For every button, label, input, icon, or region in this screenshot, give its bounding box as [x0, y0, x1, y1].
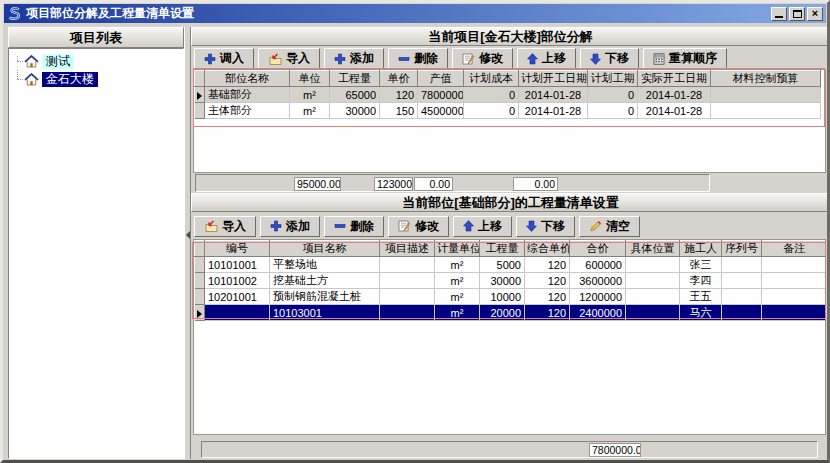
- grid-cell[interactable]: [626, 257, 680, 273]
- move-down-button[interactable]: 下移: [580, 48, 639, 69]
- grid-cell[interactable]: [626, 289, 680, 305]
- add-button[interactable]: 添加: [260, 216, 320, 237]
- add-button[interactable]: 添加: [324, 48, 384, 69]
- grid-cell[interactable]: [722, 257, 762, 273]
- grid-cell[interactable]: [762, 273, 827, 289]
- grid-cell[interactable]: 预制钢筋混凝土桩: [270, 289, 380, 305]
- column-header[interactable]: 备注: [762, 241, 827, 257]
- grid-cell[interactable]: 2014-01-28: [638, 103, 711, 119]
- modify-button[interactable]: 修改: [388, 216, 449, 237]
- grid-cell[interactable]: 3600000: [570, 273, 626, 289]
- panel-splitter[interactable]: [184, 27, 191, 459]
- column-header[interactable]: 单价: [380, 71, 418, 87]
- column-header[interactable]: 实际开工日期: [638, 71, 711, 87]
- grid-cell[interactable]: 10000: [480, 289, 525, 305]
- grid-row[interactable]: 基础部分m²65000120780000002014-01-2802014-01…: [195, 87, 821, 103]
- tree-item-jinshi-building[interactable]: 金石大楼: [13, 70, 183, 88]
- grid-cell[interactable]: m²: [435, 305, 480, 321]
- grid-cell[interactable]: [722, 289, 762, 305]
- row-marker[interactable]: [195, 305, 205, 321]
- grid-cell[interactable]: 1200000: [570, 289, 626, 305]
- grid-cell[interactable]: [711, 87, 821, 103]
- grid-cell[interactable]: 120: [525, 289, 570, 305]
- tree-item-label[interactable]: 金石大楼: [42, 72, 98, 87]
- collapse-arrow-icon[interactable]: [186, 231, 190, 239]
- grid-cell[interactable]: m²: [290, 87, 330, 103]
- grid-cell[interactable]: [722, 273, 762, 289]
- column-header[interactable]: 工程量: [480, 241, 525, 257]
- grid-cell[interactable]: m²: [435, 289, 480, 305]
- move-down-button[interactable]: 下移: [516, 216, 575, 237]
- grid-cell[interactable]: 30000: [480, 273, 525, 289]
- column-header[interactable]: 综合单价: [525, 241, 570, 257]
- grid-row[interactable]: 主体部分m²30000150450000002014-01-2802014-01…: [195, 103, 821, 119]
- grid-cell[interactable]: [626, 305, 680, 321]
- close-button[interactable]: ×: [807, 7, 823, 21]
- grid-cell[interactable]: 马六: [680, 305, 722, 321]
- column-header[interactable]: 部位名称: [205, 71, 290, 87]
- row-marker[interactable]: [195, 289, 205, 305]
- column-header[interactable]: 编号: [205, 241, 270, 257]
- grid-cell[interactable]: 7800000: [418, 87, 464, 103]
- grid-cell[interactable]: [722, 305, 762, 321]
- column-header[interactable]: 产值: [418, 71, 464, 87]
- grid-cell[interactable]: 0: [588, 87, 638, 103]
- grid-cell[interactable]: 李四: [680, 273, 722, 289]
- grid-cell[interactable]: m²: [435, 273, 480, 289]
- column-header[interactable]: 计划工期: [588, 71, 638, 87]
- grid-cell[interactable]: 张三: [680, 257, 722, 273]
- grid-cell[interactable]: 基础部分: [205, 87, 290, 103]
- grid-row[interactable]: 10101002挖基础土方m²300001203600000李四: [195, 273, 827, 289]
- column-header[interactable]: 施工人: [680, 241, 722, 257]
- grid-cell[interactable]: 120: [525, 257, 570, 273]
- load-button[interactable]: 调入: [194, 48, 254, 69]
- import-button[interactable]: 导入: [258, 48, 320, 69]
- column-header[interactable]: 序列号: [722, 241, 762, 257]
- grid-cell[interactable]: 王五: [680, 289, 722, 305]
- grid-row[interactable]: 10101001平整场地m²5000120600000张三: [195, 257, 827, 273]
- row-marker[interactable]: [195, 273, 205, 289]
- grid-cell[interactable]: [205, 305, 270, 321]
- grid-cell[interactable]: 30000: [330, 103, 380, 119]
- grid-cell[interactable]: [380, 305, 435, 321]
- column-header[interactable]: 材料控制预算: [711, 71, 821, 87]
- grid-cell[interactable]: 0: [464, 103, 519, 119]
- grid-cell[interactable]: 2014-01-28: [519, 103, 588, 119]
- grid-cell[interactable]: 10103001: [270, 305, 380, 321]
- grid-cell[interactable]: 2014-01-28: [638, 87, 711, 103]
- grid-cell[interactable]: 主体部分: [205, 103, 290, 119]
- maximize-button[interactable]: [789, 7, 805, 21]
- column-header[interactable]: 工程量: [330, 71, 380, 87]
- grid-cell[interactable]: 65000: [330, 87, 380, 103]
- grid-cell[interactable]: 平整场地: [270, 257, 380, 273]
- grid-cell[interactable]: [762, 257, 827, 273]
- grid-cell[interactable]: 0: [464, 87, 519, 103]
- grid-cell[interactable]: 120: [525, 273, 570, 289]
- grid-cell[interactable]: 150: [380, 103, 418, 119]
- row-marker[interactable]: [195, 257, 205, 273]
- grid-cell[interactable]: 4500000: [418, 103, 464, 119]
- minimize-button[interactable]: [771, 7, 787, 21]
- grid-cell[interactable]: [380, 257, 435, 273]
- grid-cell[interactable]: [380, 289, 435, 305]
- grid-cell[interactable]: 2400000: [570, 305, 626, 321]
- row-marker[interactable]: [195, 103, 205, 119]
- column-header[interactable]: 项目描述: [380, 241, 435, 257]
- grid-row[interactable]: 10103001m²200001202400000马六: [195, 305, 827, 321]
- column-header[interactable]: 项目名称: [270, 241, 380, 257]
- clear-button[interactable]: 清空: [579, 216, 640, 237]
- tree-item-test[interactable]: 测试: [13, 52, 183, 70]
- grid-cell[interactable]: 120: [380, 87, 418, 103]
- grid-cell[interactable]: [762, 305, 827, 321]
- delete-button[interactable]: 删除: [388, 48, 448, 69]
- import-button[interactable]: 导入: [194, 216, 256, 237]
- grid-cell[interactable]: 10101002: [205, 273, 270, 289]
- grid-cell[interactable]: 20000: [480, 305, 525, 321]
- grid-cell[interactable]: [626, 273, 680, 289]
- column-header[interactable]: 合价: [570, 241, 626, 257]
- grid-cell[interactable]: 0: [588, 103, 638, 119]
- tree-item-label[interactable]: 测试: [42, 54, 74, 69]
- grid-row[interactable]: 10201001预制钢筋混凝土桩m²100001201200000王五: [195, 289, 827, 305]
- grid-cell[interactable]: 5000: [480, 257, 525, 273]
- grid-cell[interactable]: 10201001: [205, 289, 270, 305]
